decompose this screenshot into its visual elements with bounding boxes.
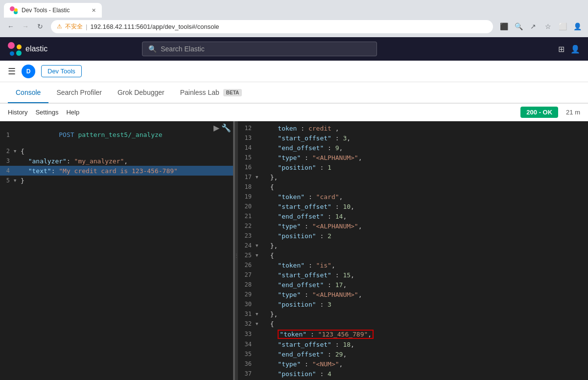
tab-painless-lab[interactable]: Painless Lab BETA (172, 83, 250, 103)
favicon (10, 6, 18, 14)
tabs-bar: Console Search Profiler Grok Debugger Pa… (0, 82, 588, 104)
response-line-23: 23 "position" : 2 (238, 231, 588, 241)
response-line-22: 22 "type" : "<ALPHANUM>", (238, 221, 588, 231)
response-line-25: 25 ▼ { (238, 250, 588, 260)
secondary-header: ☰ D Dev Tools (0, 61, 588, 82)
response-line-17: 17 ▼ }, (238, 172, 588, 182)
user-avatar: D (22, 65, 35, 78)
tab-grok-debugger[interactable]: Grok Debugger (110, 83, 172, 103)
hamburger-button[interactable]: ☰ (8, 66, 16, 77)
settings-button[interactable]: Settings (35, 109, 58, 116)
toolbar: History Settings Help 200 - OK 21 m (0, 104, 588, 121)
tab-console[interactable]: Console (8, 83, 48, 103)
response-line-21: 21 "end_offset" : 14, (238, 211, 588, 221)
line-number: 2 (0, 148, 14, 155)
zoom-button[interactable]: 🔍 (512, 20, 525, 33)
editor-line-5: 5 ▼ } (0, 176, 233, 185)
grid-icon-button[interactable]: ⊞ (558, 45, 564, 54)
response-line-28: 28 "end_offset" : 17, (238, 280, 588, 290)
split-button[interactable]: ⬜ (556, 20, 569, 33)
browser-chrome: Dev Tools - Elastic ✕ ← → ↻ ⚠ 不安全 | 192.… (0, 0, 588, 37)
response-line-34: 34 "start_offset" : 18, (238, 339, 588, 349)
separator: | (86, 23, 87, 30)
response-line-20: 20 "start_offset" : 10, (238, 201, 588, 211)
tab-title: Dev Tools - Elastic (22, 7, 88, 14)
security-warning-icon: ⚠ (57, 23, 62, 30)
editor-line-2: 2 ▼ { (0, 146, 233, 156)
response-line-16: 16 "position" : 1 (238, 162, 588, 172)
line-code: } (21, 177, 233, 184)
history-button[interactable]: History (8, 109, 27, 116)
tab-close-icon[interactable]: ✕ (92, 7, 96, 14)
response-line-35: 35 "end_offset" : 29, (238, 349, 588, 359)
address-bar[interactable]: ⚠ 不安全 | 192.168.42.111:5601/app/dev_tool… (51, 20, 493, 33)
response-line-37: 37 "position" : 4 (238, 369, 588, 379)
beta-badge: BETA (223, 89, 242, 96)
response-line-29: 29 "type" : "<ALPHANUM>", (238, 290, 588, 299)
response-line-31: 31 ▼ }, (238, 309, 588, 319)
line-code: "analyzer": "my_analyzer", (21, 157, 233, 165)
response-line-32: 32 ▼ { (238, 319, 588, 329)
line-number: 3 (0, 157, 14, 164)
response-line-30: 30 "position" : 3 (238, 299, 588, 309)
response-line-19: 19 "token" : "card", (238, 192, 588, 201)
response-line-26: 26 "token" : "is", (238, 260, 588, 270)
help-button[interactable]: Help (66, 109, 79, 116)
response-line-15: 15 "type" : "<ALPHANUM>", (238, 153, 588, 162)
browser-tab-bar: Dev Tools - Elastic ✕ (4, 3, 584, 18)
line-number: 1 (0, 132, 14, 138)
elastic-logo-icon (8, 42, 22, 56)
editor-line-4: 4 "text": "My credit card is 123-456-789… (0, 166, 233, 176)
line-number: 5 (0, 177, 14, 184)
browser-tab[interactable]: Dev Tools - Elastic ✕ (4, 3, 102, 18)
response-line-24: 24 ▼ }, (238, 241, 588, 250)
profile-button[interactable]: 👤 (570, 20, 584, 33)
bookmark-button[interactable]: ☆ (541, 20, 555, 33)
main-content: 1 POST pattern_test5/_analyze 2 ▼ { 3 "a… (0, 121, 588, 380)
status-badge: 200 - OK (520, 107, 558, 118)
response-line-14: 14 "end_offset" : 9, (238, 143, 588, 153)
response-time: 21 m (566, 109, 580, 116)
response-line-18: 18 { (238, 182, 588, 192)
editor-line-3: 3 "analyzer": "my_analyzer", (0, 156, 233, 166)
url-text: 192.168.42.111:5601/app/dev_tools#/conso… (90, 23, 219, 30)
line-code: "text": "My credit card is 123-456-789" (21, 167, 233, 175)
response-line-33: 33 "token" : "123_456_789", (238, 329, 588, 339)
search-icon: 🔍 (148, 45, 157, 53)
editor-line-1: 1 POST pattern_test5/_analyze (0, 123, 233, 146)
line-number: 4 (0, 167, 14, 174)
header-right-actions: ⊞ 👤 (558, 45, 580, 54)
editor-pane[interactable]: 1 POST pattern_test5/_analyze 2 ▼ { 3 "a… (0, 121, 235, 380)
response-line-36: 36 "type" : "<NUM>", (238, 359, 588, 369)
elastic-logo-text: elastic (25, 45, 47, 53)
dev-tools-badge[interactable]: Dev Tools (41, 65, 82, 77)
response-line-12: 12 token : credit , (238, 123, 588, 133)
browser-action-buttons: ⬛ 🔍 ↗ ☆ ⬜ 👤 (497, 20, 584, 33)
cast-button[interactable]: ⬛ (497, 20, 511, 33)
elastic-logo[interactable]: elastic (8, 42, 47, 56)
app-header: elastic 🔍 Search Elastic ⊞ 👤 (0, 37, 588, 61)
header-search[interactable]: 🔍 Search Elastic (142, 42, 377, 56)
share-button[interactable]: ↗ (526, 20, 540, 33)
editor-actions: ▶ 🔧 (213, 123, 231, 133)
search-placeholder: Search Elastic (161, 45, 204, 53)
response-line-27: 27 "start_offset" : 15, (238, 270, 588, 280)
line-arrow: ▼ (14, 178, 21, 183)
line-code: POST pattern_test5/_analyze (21, 124, 233, 146)
wrench-button[interactable]: 🔧 (221, 123, 231, 133)
line-arrow: ▼ (14, 149, 21, 154)
editor-content: 1 POST pattern_test5/_analyze 2 ▼ { 3 "a… (0, 121, 233, 187)
response-pane[interactable]: 12 token : credit , 13 "start_offset" : … (238, 121, 588, 380)
security-text: 不安全 (65, 22, 83, 31)
forward-button[interactable]: → (19, 20, 32, 33)
run-button[interactable]: ▶ (213, 123, 219, 133)
response-line-13: 13 "start_offset" : 3, (238, 133, 588, 143)
tab-search-profiler[interactable]: Search Profiler (48, 83, 110, 103)
line-code: { (21, 148, 233, 155)
user-icon-button[interactable]: 👤 (570, 45, 580, 54)
browser-nav-buttons: ← → ↻ (4, 20, 47, 33)
reload-button[interactable]: ↻ (33, 20, 47, 33)
back-button[interactable]: ← (4, 20, 18, 33)
